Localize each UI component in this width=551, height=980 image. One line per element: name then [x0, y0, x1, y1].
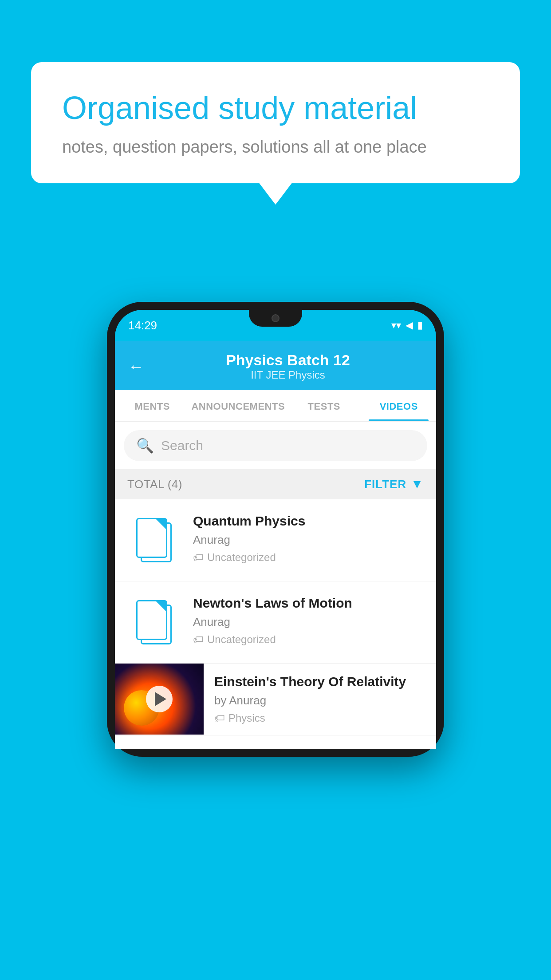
phone-bottom: [115, 735, 436, 749]
tag-label: Uncategorized: [207, 551, 276, 564]
battery-icon: ▮: [417, 320, 423, 331]
video-author: by Anurag: [214, 694, 427, 707]
tag-label: Uncategorized: [207, 633, 276, 646]
file-thumbnail: [127, 514, 181, 567]
speech-bubble-subtitle: notes, question papers, solutions all at…: [62, 138, 489, 157]
video-author: Anurag: [193, 615, 424, 629]
status-bar: 14:29 ▾▾ ◀ ▮: [115, 310, 436, 341]
video-title: Quantum Physics: [193, 514, 424, 529]
list-item[interactable]: Quantum Physics Anurag 🏷 Uncategorized: [115, 499, 436, 581]
tab-videos[interactable]: VIDEOS: [362, 390, 436, 421]
header-title-group: Physics Batch 12 IIT JEE Physics: [153, 352, 423, 381]
app-screen: ← Physics Batch 12 IIT JEE Physics MENTS…: [115, 341, 436, 749]
filter-row: TOTAL (4) FILTER ▼: [115, 469, 436, 499]
file-icon-front: [136, 600, 167, 640]
search-bar[interactable]: 🔍 Search: [124, 430, 427, 461]
video-tag: 🏷 Uncategorized: [193, 633, 424, 646]
list-item[interactable]: Newton's Laws of Motion Anurag 🏷 Uncateg…: [115, 581, 436, 664]
video-preview-thumbnail: [115, 664, 204, 735]
video-tag: 🏷 Uncategorized: [193, 551, 424, 564]
tag-label: Physics: [228, 712, 265, 724]
filter-label: FILTER: [364, 478, 406, 491]
file-thumbnail: [127, 596, 181, 649]
search-bar-container: 🔍 Search: [115, 422, 436, 469]
list-item[interactable]: Einstein's Theory Of Relativity by Anura…: [115, 664, 436, 735]
wifi-icon: ▾▾: [391, 320, 401, 331]
speech-bubble-container: Organised study material notes, question…: [31, 62, 520, 183]
file-icon: [136, 518, 172, 562]
header-title: Physics Batch 12: [153, 352, 423, 369]
play-button[interactable]: [146, 686, 173, 712]
tab-ments[interactable]: MENTS: [115, 390, 189, 421]
tag-icon: 🏷: [214, 712, 225, 724]
filter-icon: ▼: [411, 477, 424, 491]
play-icon: [155, 692, 166, 706]
app-header: ← Physics Batch 12 IIT JEE Physics: [115, 341, 436, 390]
video-info: Newton's Laws of Motion Anurag 🏷 Uncateg…: [193, 596, 424, 646]
phone-wrapper: 14:29 ▾▾ ◀ ▮ ← Physics Batch 12 IIT JEE …: [107, 302, 444, 757]
total-label: TOTAL (4): [127, 478, 182, 491]
file-icon-front: [136, 518, 167, 558]
video-tag: 🏷 Physics: [214, 712, 427, 724]
phone-notch: [249, 310, 302, 327]
signal-icon: ◀: [405, 320, 413, 331]
video-list: Quantum Physics Anurag 🏷 Uncategorized: [115, 499, 436, 735]
video-author: Anurag: [193, 533, 424, 547]
header-subtitle: IIT JEE Physics: [153, 369, 423, 381]
camera: [272, 314, 279, 322]
file-icon: [136, 600, 172, 644]
filter-button[interactable]: FILTER ▼: [364, 477, 424, 491]
status-time: 14:29: [128, 319, 157, 332]
tag-icon: 🏷: [193, 633, 204, 646]
phone: 14:29 ▾▾ ◀ ▮ ← Physics Batch 12 IIT JEE …: [107, 302, 444, 757]
back-button[interactable]: ←: [128, 357, 144, 376]
video-info: Quantum Physics Anurag 🏷 Uncategorized: [193, 514, 424, 564]
speech-bubble: Organised study material notes, question…: [31, 62, 520, 183]
tag-icon: 🏷: [193, 551, 204, 564]
video-title: Einstein's Theory Of Relativity: [214, 674, 427, 689]
video-title: Newton's Laws of Motion: [193, 596, 424, 611]
tabs-bar: MENTS ANNOUNCEMENTS TESTS VIDEOS: [115, 390, 436, 422]
speech-bubble-title: Organised study material: [62, 89, 489, 127]
search-placeholder-text: Search: [161, 438, 203, 453]
search-icon: 🔍: [136, 437, 154, 454]
video-info: Einstein's Theory Of Relativity by Anura…: [204, 664, 436, 735]
status-icons: ▾▾ ◀ ▮: [391, 320, 423, 331]
tab-tests[interactable]: TESTS: [287, 390, 361, 421]
tab-announcements[interactable]: ANNOUNCEMENTS: [189, 390, 287, 421]
